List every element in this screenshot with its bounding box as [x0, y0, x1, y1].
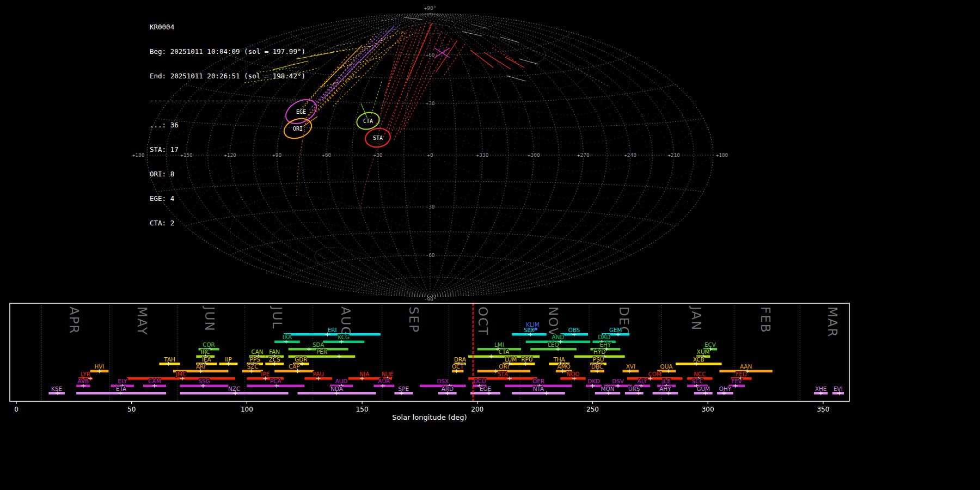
count-unclassified: ...: 36 [150, 121, 305, 129]
shower-label-SLD: SLD [524, 327, 535, 333]
shower-label-LYR: LYR [81, 371, 90, 377]
shower-label-FED: FED [736, 371, 747, 377]
peak-marker [335, 391, 339, 395]
latitude-label: +60 [425, 52, 434, 58]
peak-marker [445, 391, 450, 395]
shower-label-NZC: NZC [228, 385, 240, 392]
month-label-NOV: NOV [546, 307, 560, 338]
radiant-label-STA: STA [373, 135, 383, 141]
info-panel: KR0004 Beg: 20251011 10:04:09 (sol = 197… [150, 7, 305, 235]
peak-marker [307, 347, 311, 351]
shower-label-OCT: OCT [452, 363, 464, 370]
shower-bar-NTA [512, 392, 565, 395]
axis-tick-label: 350 [817, 406, 829, 413]
shower-label-CAN: CAN [251, 348, 263, 355]
peak-marker [360, 377, 364, 381]
shower-label-IEA: IEA [202, 356, 212, 363]
end-time: End: 20251011 20:26:51 (sol = 198.42°) [150, 72, 305, 80]
latitude-label: -60 [425, 252, 434, 258]
shower-label-AVB: AVB [77, 378, 89, 384]
shower-label-ECV: ECV [705, 341, 716, 348]
shower-label-ELY: ELY [118, 378, 127, 384]
meteor-trail [333, 46, 371, 52]
peak-marker [722, 391, 726, 395]
peak-marker [284, 340, 288, 344]
shower-label-ORI: ORI [499, 363, 509, 370]
meteor-trail [384, 25, 413, 95]
meteor-trail [394, 31, 442, 140]
meteor-trail [348, 24, 400, 71]
shower-label-XVI: XVI [626, 363, 635, 370]
peak-marker [166, 362, 170, 366]
peak-marker [544, 391, 549, 395]
peak-marker [607, 391, 611, 395]
shower-label-XUM: XUM [697, 348, 710, 355]
shower-bar-EGE [470, 392, 500, 395]
peak-marker [97, 369, 101, 373]
peak-marker [226, 362, 231, 366]
equator-label: +0 [427, 152, 433, 158]
shower-label-DBC: DBC [591, 363, 603, 370]
equator-label: +210 [667, 152, 680, 158]
shower-label-HVI: HVI [94, 363, 104, 370]
month-label-OCT: OCT [476, 307, 490, 336]
south-pole-label: -90° [424, 296, 437, 302]
shower-label-LEO: LEO [548, 341, 559, 348]
peak-marker [316, 377, 321, 381]
shower-label-ETA: ETA [116, 385, 127, 392]
shower-label-COR: COR [203, 341, 215, 348]
peak-marker [703, 391, 708, 395]
shower-label-RPU: RPU [521, 356, 532, 363]
shower-label-DAD: DAD [598, 334, 610, 340]
equator-label: +30 [373, 152, 382, 158]
shower-label-CTA: CTA [499, 348, 510, 355]
shower-bar-AHY [653, 392, 678, 395]
activity-timeline: APRMAYJUNJULAUGSEPOCTNOVDECJANFEBMARERIK… [0, 302, 980, 436]
month-label-MAY: MAY [135, 307, 149, 336]
axis-tick-label: 150 [356, 406, 369, 413]
peak-marker [180, 377, 185, 381]
peak-marker [507, 377, 512, 381]
shower-bar-KCG [323, 341, 364, 344]
shower-label-NTA: NTA [533, 385, 544, 392]
shower-label-PSU: PSU [593, 356, 604, 363]
month-label-SEP: SEP [407, 307, 421, 333]
shower-label-FEV: FEV [731, 378, 743, 384]
shower-label-QUA: QUA [660, 363, 673, 370]
peak-marker [152, 384, 157, 388]
peak-marker [337, 354, 341, 358]
shower-label-ERI: ERI [328, 327, 337, 333]
shower-label-KCG: KCG [338, 334, 350, 340]
latitude-label: -30 [425, 204, 434, 210]
axis-tick-label: 100 [241, 406, 253, 413]
equator-label: +300 [528, 152, 540, 158]
shower-label-ZCS: ZCS [269, 356, 280, 363]
meteor-trail [322, 26, 394, 100]
shower-label-STA: STA [498, 371, 509, 377]
shower-label-AUD: AUD [335, 378, 348, 384]
shower-bar-NIA [348, 377, 381, 380]
shower-label-OBS: OBS [568, 327, 580, 333]
meteor-trail [484, 52, 511, 69]
axis-tick-label: 0 [14, 406, 19, 413]
shower-bar-SPE [394, 392, 413, 395]
meteor-trail [390, 27, 436, 136]
peak-marker [666, 391, 671, 395]
month-label-AUG: AUG [339, 307, 353, 337]
peak-marker [733, 384, 738, 388]
peak-marker [249, 369, 254, 373]
shower-label-SCC: SCC [692, 378, 703, 384]
meteor-trail [382, 19, 398, 21]
count-ege: EGE: 4 [150, 194, 305, 203]
peak-marker [556, 347, 560, 351]
peak-marker [648, 377, 652, 381]
meteor-trail [305, 34, 414, 124]
axis-tick-label: 50 [127, 406, 136, 413]
month-label-JAN: JAN [689, 305, 703, 331]
shower-label-AMO: AMO [557, 363, 570, 370]
shower-label-JLE: JLE [661, 378, 670, 384]
shower-label-LMI: LMI [494, 341, 504, 348]
peak-marker [199, 369, 203, 373]
shower-label-ARI: ARI [196, 363, 205, 370]
shower-label-GDR: GDR [295, 356, 307, 363]
